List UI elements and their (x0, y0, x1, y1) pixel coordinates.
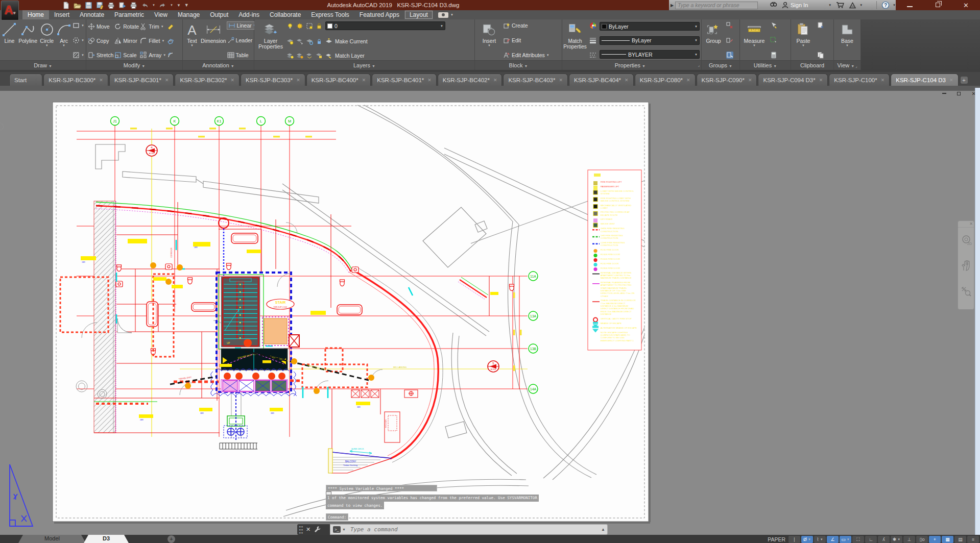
file-tab-ksr-sjp-bc401-[interactable]: KSR-SJP-BC401*✕ (372, 73, 437, 86)
qat-menu-caret[interactable]: ▼ (177, 3, 181, 8)
doc-minimize-button[interactable] (942, 93, 946, 94)
array-button[interactable]: Array▼ (140, 52, 166, 59)
ribbon-tab-parametric[interactable]: Parametric (109, 10, 149, 19)
layer-off-icon[interactable] (286, 22, 294, 30)
file-tab-ksr-sjp-bc404-[interactable]: KSR-SJP-BC404*✕ (569, 73, 634, 86)
rectangle-tool[interactable]: ▼ (73, 22, 84, 29)
status-icon-4[interactable]: ▭▼ (840, 536, 851, 543)
object-color-dropdown[interactable]: ByLayer▼ (600, 22, 700, 31)
file-tab-ksr-sjp-c100-[interactable]: KSR-SJP-C100*✕ (829, 73, 890, 86)
search-icon[interactable] (770, 2, 777, 9)
layer-properties-button[interactable]: Layer Properties (256, 20, 285, 60)
open-file-icon[interactable] (74, 2, 81, 9)
status-icon-1[interactable]: Ø▼ (801, 536, 813, 543)
panel-label-properties[interactable]: Properties ▼ ⌟ (562, 60, 701, 70)
status-icon-3[interactable]: ∠ (827, 536, 839, 543)
layer-isolate-icon[interactable] (306, 22, 313, 30)
command-dock-grip[interactable]: ●●●●●● ✕ (297, 524, 330, 535)
lineweight-icon[interactable] (589, 37, 596, 44)
ribbon-tab-collaborate[interactable]: Collaborate (265, 10, 306, 19)
model-tab[interactable]: Model (18, 535, 86, 543)
layer-unsaved-icon[interactable] (286, 52, 294, 59)
ungroup-icon[interactable] (726, 22, 733, 29)
file-tab-ksr-sjp-bc300-[interactable]: KSR-SJP-BC300*✕ (43, 73, 108, 86)
color-wheel-icon[interactable] (589, 22, 596, 29)
copy-clip-icon[interactable] (817, 52, 824, 59)
zoom-extents-icon[interactable] (958, 279, 974, 304)
erase-button[interactable] (167, 23, 174, 30)
arc-button[interactable]: Arc▼ (56, 20, 71, 60)
ribbon-tab-add-ins[interactable]: Add-ins (233, 10, 265, 19)
file-tab-close-icon[interactable]: ✕ (559, 78, 563, 83)
signin-label[interactable]: Sign In (791, 2, 808, 8)
copy-button[interactable]: oCopy (88, 37, 113, 44)
file-tab-ksr-sjp-bc302-[interactable]: KSR-SJP-BC302*✕ (175, 73, 240, 86)
hatch-tool[interactable]: ▼ (73, 52, 84, 59)
doc-restore-button[interactable] (957, 92, 961, 95)
panel-label-utilities[interactable]: Utilities ▼ (740, 60, 791, 70)
file-tab-close-icon[interactable]: ✕ (427, 78, 432, 83)
ellipse-tool[interactable]: ▼ (73, 37, 84, 44)
base-button[interactable]: Base▼ (836, 20, 858, 60)
ribbon-tab-manage[interactable]: Manage (173, 10, 205, 19)
file-tab-close-icon[interactable]: ✕ (231, 78, 235, 83)
save-as-icon[interactable] (96, 2, 104, 9)
ribbon-tab-express-tools[interactable]: Express Tools (306, 10, 354, 19)
group-button[interactable]: Group (703, 20, 724, 60)
quick-select-icon[interactable] (770, 22, 777, 29)
close-button[interactable]: ✕ (959, 2, 974, 9)
layer-restore-icon[interactable] (296, 52, 303, 59)
status-icon-10[interactable]: ▯o (916, 536, 928, 543)
ribbon-tab-output[interactable]: Output (205, 10, 233, 19)
layer-prev-icon[interactable] (306, 38, 313, 45)
file-tab-ksr-sjp-bc301-[interactable]: KSR-SJP-BC301*✕ (109, 73, 174, 86)
file-tab-ksr-sjp-c090-[interactable]: KSR-SJP-C090*✕ (697, 73, 757, 86)
ribbon-tab-view[interactable]: View (149, 10, 173, 19)
layer-make-object-icon[interactable] (286, 38, 294, 45)
file-tab-ksr-sjp-c104-d3[interactable]: KSR-SJP-C104 D3✕ (891, 73, 958, 86)
panel-label-layers[interactable]: Layers ▼ (254, 60, 474, 70)
block-edit-button[interactable]: Edit (503, 37, 560, 44)
print-icon[interactable] (130, 2, 137, 9)
ribbon-tab-layout[interactable]: Layout (404, 10, 433, 19)
line-button[interactable]: Line (2, 20, 17, 60)
group-edit-icon[interactable] (726, 37, 733, 44)
file-tab-close-icon[interactable]: ✕ (625, 78, 629, 83)
redo-caret[interactable]: ▼ (170, 4, 173, 7)
file-tab-close-icon[interactable]: ✕ (819, 78, 823, 83)
status-icon-13[interactable]: ▤ (954, 536, 966, 543)
file-tab-close-icon[interactable]: ✕ (165, 78, 169, 83)
command-history-up[interactable]: ▲ (601, 527, 605, 532)
table-button[interactable]: Table (227, 52, 257, 59)
status-icon-11[interactable]: + (929, 536, 941, 543)
leader-button[interactable]: Leader▼ (227, 37, 257, 44)
command-wrench-icon[interactable] (314, 525, 321, 534)
calculator-icon[interactable] (770, 52, 777, 59)
rotate-button[interactable]: Rotate (114, 23, 139, 30)
group-select-icon[interactable] (726, 52, 733, 59)
minimize-button[interactable] (902, 2, 918, 8)
panel-label-groups[interactable]: Groups ▼ (702, 60, 739, 70)
polyline-button[interactable]: Polyline (18, 20, 38, 60)
signin-caret[interactable]: ▼ (828, 4, 831, 7)
text-button[interactable]: A Text▼ (184, 20, 200, 60)
file-tab-ksr-sjp-c094-d3-[interactable]: KSR-SJP-C094 D3*✕ (758, 73, 828, 86)
infocenter-collapse-icon[interactable]: ▶ (669, 3, 675, 8)
layer-lock2-icon[interactable] (316, 38, 323, 45)
move-button[interactable]: Move (88, 23, 113, 30)
file-tab-close-icon[interactable]: ✕ (686, 78, 690, 83)
steering-wheel-icon[interactable]: 2D (958, 228, 974, 253)
restore-button[interactable] (930, 2, 946, 8)
file-tab-close-icon[interactable]: ✕ (493, 78, 497, 83)
file-tab-ksr-sjp-bc403-[interactable]: KSR-SJP-BC403*✕ (503, 73, 568, 86)
publish-icon[interactable] (118, 2, 126, 9)
save-icon[interactable] (85, 2, 92, 9)
fillet-button[interactable]: Fillet▼ (140, 37, 166, 44)
scale-button[interactable]: Scale (114, 52, 139, 59)
lineweight-dropdown[interactable]: ByLayer▼ (600, 36, 700, 45)
tab-extra-caret[interactable]: ▼ (450, 13, 453, 16)
status-icon-9[interactable]: ⊥ (903, 536, 915, 543)
linetype-icon[interactable] (589, 52, 596, 59)
make-current-icon[interactable] (325, 38, 332, 45)
qat-dropdown-icon[interactable]: ▼ (184, 3, 189, 8)
